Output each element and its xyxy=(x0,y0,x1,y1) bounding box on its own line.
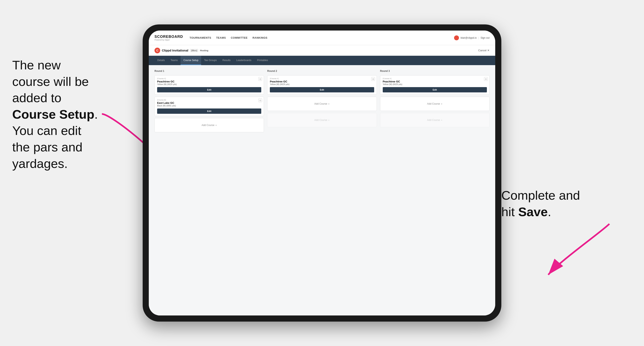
round-1-add-course-plus: + xyxy=(215,124,217,127)
course-setup-bold: Course Setup xyxy=(12,107,94,121)
hosting-badge: Hosting xyxy=(200,49,208,52)
round-3-add-course-label: Add Course xyxy=(427,102,440,105)
round-3-course-a-name: Peachtree GC xyxy=(383,80,487,83)
top-nav-right: blair@clippd.io | Sign out xyxy=(454,35,490,40)
round-1-add-course-button[interactable]: Add Course + xyxy=(154,118,264,132)
tournament-gender-badge: (Men) xyxy=(190,49,198,52)
right-annotation: Complete and hit Save. xyxy=(501,187,599,220)
cancel-button[interactable]: Cancel ✕ xyxy=(478,49,490,52)
round-2-course-a-delete-button[interactable]: ⊟ xyxy=(371,77,375,81)
round-2-add-course-label: Add Course xyxy=(314,102,327,105)
scoreboard-logo: SCOREBOARD Powered by clippd xyxy=(154,35,183,41)
user-avatar xyxy=(454,35,459,40)
round-3-add-course-disabled: Add Course + xyxy=(380,113,490,127)
tab-printables[interactable]: Printables xyxy=(254,56,271,65)
round-2-course-a-label: (Course A) xyxy=(270,78,374,80)
round-1-course-b-details: Black (M) (6891 yds) xyxy=(157,105,261,107)
round-3-course-a-delete-button[interactable]: ⊟ xyxy=(484,77,488,81)
clippd-logo: C xyxy=(154,48,160,53)
round-2-add-course-disabled-plus: + xyxy=(328,119,330,122)
round-2-add-course-disabled-label: Add Course xyxy=(314,119,327,122)
logo-title: SCOREBOARD xyxy=(154,35,183,39)
top-nav: SCOREBOARD Powered by clippd TOURNAMENTS… xyxy=(149,30,495,45)
tab-bar: Details Teams Course Setup Tee Groups Re… xyxy=(149,56,495,65)
round-1-course-a-label: (Course A) xyxy=(157,78,261,80)
round-3-label: Round 3 xyxy=(380,70,490,72)
round-1-course-a-edit-button[interactable]: Edit xyxy=(157,87,261,92)
tab-leaderboards[interactable]: Leaderboards xyxy=(233,56,254,65)
round-2-course-a-card: (Course A) Peachtree GC Yellow (M) (6629… xyxy=(267,75,376,95)
rounds-container: Round 1 (Course A) Peachtree GC Yellow (… xyxy=(154,70,490,311)
nav-teams[interactable]: TEAMS xyxy=(216,35,226,40)
round-1-course-b-edit-button[interactable]: Edit xyxy=(157,109,261,114)
nav-links: TOURNAMENTS TEAMS COMMITTEE RANKINGS xyxy=(190,35,454,40)
round-2-add-course-plus: + xyxy=(328,102,330,105)
tab-teams[interactable]: Teams xyxy=(168,56,180,65)
round-2-add-course-button[interactable]: Add Course + xyxy=(267,97,376,111)
nav-tournaments[interactable]: TOURNAMENTS xyxy=(190,35,211,40)
round-2-course-a-details: Yellow (M) (6629 yds) xyxy=(270,83,374,85)
round-3-course-a-details: Yellow (M) (6629 yds) xyxy=(383,83,487,85)
tablet-frame: SCOREBOARD Powered by clippd TOURNAMENTS… xyxy=(143,24,501,322)
round-2-course-a-edit-button[interactable]: Edit xyxy=(270,87,374,92)
round-3-course-a-edit-button[interactable]: Edit xyxy=(383,87,487,92)
round-1-course-b-card: (Course B) East Lake GC Black (M) (6891 … xyxy=(154,97,264,116)
round-1-course-a-delete-button[interactable]: ⊟ xyxy=(258,77,262,81)
round-1-course-a-name: Peachtree GC xyxy=(157,80,261,83)
content-area: Round 1 (Course A) Peachtree GC Yellow (… xyxy=(149,65,495,316)
round-3-course-a-label: (Course A) xyxy=(383,78,487,80)
tab-results[interactable]: Results xyxy=(220,56,233,65)
tournament-title: Clippd Invitational xyxy=(162,49,188,52)
round-3-course-a-card: (Course A) Peachtree GC Yellow (M) (6629… xyxy=(380,75,490,95)
round-3-column: Round 3 (Course A) Peachtree GC Yellow (… xyxy=(380,70,490,311)
save-bold: Save xyxy=(518,205,548,219)
pipe-divider: | xyxy=(478,36,479,39)
sign-out-link[interactable]: Sign out xyxy=(480,36,490,39)
nav-committee[interactable]: COMMITTEE xyxy=(231,35,248,40)
round-3-add-course-button[interactable]: Add Course + xyxy=(380,97,490,111)
round-2-course-a-name: Peachtree GC xyxy=(270,80,374,83)
round-1-column: Round 1 (Course A) Peachtree GC Yellow (… xyxy=(154,70,264,311)
tab-tee-groups[interactable]: Tee Groups xyxy=(201,56,220,65)
round-2-label: Round 2 xyxy=(267,70,376,72)
right-arrow xyxy=(540,220,618,281)
round-2-column: Round 2 (Course A) Peachtree GC Yellow (… xyxy=(267,70,376,311)
round-1-label: Round 1 xyxy=(154,70,264,72)
round-1-course-b-label: (Course B) xyxy=(157,99,261,101)
round-3-add-course-plus: + xyxy=(441,102,442,105)
tab-details[interactable]: Details xyxy=(154,56,168,65)
tablet-screen: SCOREBOARD Powered by clippd TOURNAMENTS… xyxy=(149,30,495,316)
round-1-course-b-name: East Lake GC xyxy=(157,101,261,104)
round-1-course-b-delete-button[interactable]: ⊟ xyxy=(258,99,262,102)
round-1-add-course-label: Add Course xyxy=(202,124,214,127)
nav-rankings[interactable]: RANKINGS xyxy=(252,35,268,40)
user-email: blair@clippd.io xyxy=(460,36,477,39)
round-3-add-course-disabled-plus: + xyxy=(441,119,442,122)
logo-sub: Powered by clippd xyxy=(154,39,183,41)
round-1-course-a-card: (Course A) Peachtree GC Yellow (M) (6629… xyxy=(154,75,264,95)
tab-course-setup[interactable]: Course Setup xyxy=(180,56,201,65)
sub-header: C Clippd Invitational (Men) Hosting Canc… xyxy=(149,45,495,56)
round-1-course-a-details: Yellow (M) (6629 yds) xyxy=(157,83,261,85)
tournament-name-section: C Clippd Invitational (Men) Hosting xyxy=(154,48,208,53)
round-3-add-course-disabled-label: Add Course xyxy=(427,119,440,122)
round-2-add-course-disabled: Add Course + xyxy=(267,113,376,127)
